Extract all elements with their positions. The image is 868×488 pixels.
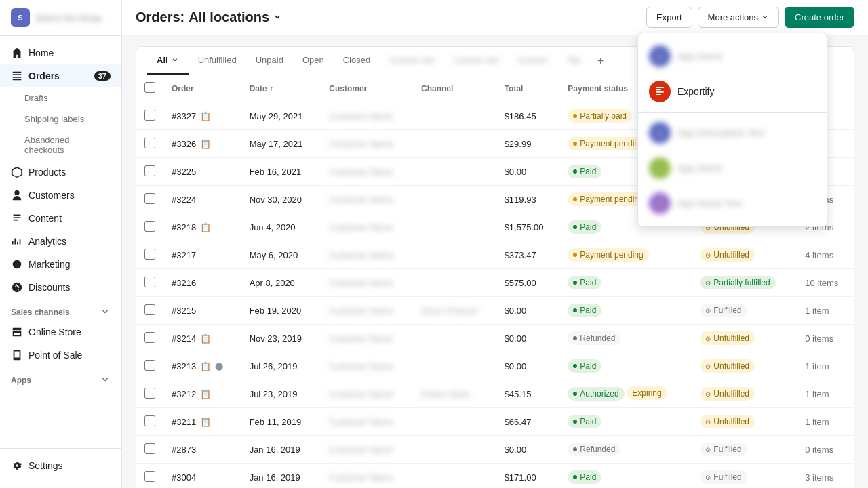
order-number: #3326 📋 xyxy=(172,139,233,149)
sidebar-item-online-store[interactable]: Online Store xyxy=(0,321,121,344)
select-all-checkbox[interactable] xyxy=(144,82,155,93)
sidebar-item-marketing[interactable]: Marketing xyxy=(0,253,121,276)
row-checkbox[interactable] xyxy=(144,110,155,121)
order-date: Feb 19, 2020 xyxy=(241,297,321,325)
row-checkbox[interactable] xyxy=(144,415,155,426)
row-checkbox[interactable] xyxy=(144,249,155,260)
row-checkbox[interactable] xyxy=(144,332,155,343)
row-checkbox[interactable] xyxy=(144,471,155,482)
sidebar-item-discounts[interactable]: Discounts xyxy=(0,276,121,299)
sidebar-item-content[interactable]: Content xyxy=(0,207,121,230)
table-row[interactable]: #2873 Jan 16, 2019 Customer Name $0.00 R… xyxy=(136,436,854,464)
table-row[interactable]: #3216 Apr 8, 2020 Customer Name $575.00 … xyxy=(136,269,854,297)
order-total: $0.00 xyxy=(496,158,560,186)
dropdown-item-app3[interactable]: A App Name xyxy=(638,150,827,186)
sidebar-item-settings[interactable]: Settings xyxy=(0,454,121,477)
marketing-icon xyxy=(11,258,23,270)
sidebar-item-pos[interactable]: Point of Sale xyxy=(0,344,121,367)
dropdown-item-app2[interactable]: A App Description Text xyxy=(638,115,827,150)
order-channel xyxy=(413,102,496,130)
table-row[interactable]: #3213 📋 ⬤ Jul 26, 2019 Customer Name $0.… xyxy=(136,352,854,380)
sidebar-item-shipping-labels[interactable]: Shipping labels xyxy=(0,108,121,129)
table-row[interactable]: #3004 Jan 16, 2019 Customer Name $171.00… xyxy=(136,464,854,489)
sales-channels-section: Sales channels xyxy=(0,299,121,321)
order-channel xyxy=(413,269,496,297)
table-row[interactable]: #3214 📋 Nov 23, 2019 Customer Name $0.00… xyxy=(136,325,854,352)
sidebar-item-analytics[interactable]: Analytics xyxy=(0,230,121,253)
order-fulfillment: Unfulfilled xyxy=(692,352,797,380)
tab-custom2[interactable]: Custom tab xyxy=(444,47,508,75)
sidebar-item-orders-label: Orders xyxy=(28,70,60,81)
sidebar-footer: Settings xyxy=(0,448,121,488)
order-total: $29.99 xyxy=(496,130,560,158)
order-customer: Customer Name xyxy=(321,325,413,352)
row-checkbox[interactable] xyxy=(144,221,155,232)
order-date: Apr 8, 2020 xyxy=(241,269,321,297)
order-date: Nov 30, 2020 xyxy=(241,186,321,214)
table-row[interactable]: #3215 Feb 19, 2020 Customer Name Store C… xyxy=(136,297,854,325)
location-selector[interactable]: All locations xyxy=(189,9,283,25)
expiring-badge: Expiring xyxy=(627,386,667,400)
row-checkbox[interactable] xyxy=(144,165,155,176)
sidebar-item-products[interactable]: Products xyxy=(0,161,121,184)
pos-label: Point of Sale xyxy=(28,350,82,361)
sidebar-nav: Home Orders 37 Drafts Shipping labels Ab… xyxy=(0,36,121,448)
dropdown-item-app4[interactable]: A App Name Text xyxy=(638,186,827,221)
sidebar-item-home[interactable]: Home xyxy=(0,41,121,64)
table-row[interactable]: #3212 📋 Jul 23, 2019 Customer Name Onlin… xyxy=(136,380,854,408)
payment-badge: Authorized xyxy=(568,387,624,401)
order-channel xyxy=(413,436,496,464)
order-date: Jul 26, 2019 xyxy=(241,352,321,380)
order-date: May 29, 2021 xyxy=(241,102,321,130)
fulfillment-badge: Unfulfilled xyxy=(700,387,755,401)
sidebar-item-home-label: Home xyxy=(28,47,54,58)
apps-section: Apps xyxy=(0,367,121,388)
row-checkbox[interactable] xyxy=(144,360,155,371)
row-checkbox[interactable] xyxy=(144,443,155,454)
store-selector[interactable]: S Select the Shop xyxy=(0,0,121,36)
tab-custom1[interactable]: Custom tab xyxy=(380,47,443,75)
row-checkbox[interactable] xyxy=(144,193,155,204)
online-store-icon xyxy=(11,326,23,338)
col-date[interactable]: Date ↑ xyxy=(241,75,321,102)
dropdown-item-exportify[interactable]: Exportify xyxy=(638,74,827,109)
page-title-area: Orders: All locations xyxy=(136,9,283,25)
tab-unpaid[interactable]: Unpaid xyxy=(246,47,293,75)
order-total: $1,575.00 xyxy=(496,214,560,241)
tab-custom4[interactable]: Tab xyxy=(557,47,591,75)
order-channel xyxy=(413,130,496,158)
customers-icon xyxy=(11,189,23,201)
tab-add-button[interactable]: + xyxy=(591,49,610,73)
row-checkbox[interactable] xyxy=(144,138,155,148)
sidebar-item-customers[interactable]: Customers xyxy=(0,184,121,207)
sidebar-item-abandoned[interactable]: Abandoned checkouts xyxy=(0,129,121,161)
note-icon: 📋 xyxy=(200,139,211,149)
app2-avatar: A xyxy=(649,122,671,144)
row-checkbox[interactable] xyxy=(144,277,155,287)
store-icon: S xyxy=(11,8,30,27)
table-row[interactable]: #3211 📋 Feb 11, 2019 Customer Name $66.4… xyxy=(136,408,854,436)
row-checkbox[interactable] xyxy=(144,304,155,315)
tab-custom3[interactable]: Custom xyxy=(508,47,557,75)
dropdown-item-app1[interactable]: A App Name xyxy=(638,39,827,74)
create-order-button[interactable]: Create order xyxy=(785,7,854,28)
fulfillment-badge: Unfulfilled xyxy=(700,359,755,373)
export-button[interactable]: Export xyxy=(646,7,692,28)
tab-unfulfilled[interactable]: Unfulfilled xyxy=(189,47,246,75)
order-fulfillment: Fulfilled xyxy=(692,297,797,325)
tab-all[interactable]: All xyxy=(147,47,189,75)
more-actions-button[interactable]: More actions xyxy=(698,7,779,28)
order-items: 1 item xyxy=(797,352,854,380)
order-date: Feb 11, 2019 xyxy=(241,408,321,436)
sidebar-item-orders[interactable]: Orders 37 xyxy=(0,64,121,87)
order-payment: Paid xyxy=(559,352,692,380)
order-date: Jan 16, 2019 xyxy=(241,464,321,489)
order-number: #3214 📋 xyxy=(172,333,233,344)
table-row[interactable]: #3217 May 6, 2020 Customer Name $373.47 … xyxy=(136,241,854,269)
order-customer: Customer Name xyxy=(321,130,413,158)
analytics-label: Analytics xyxy=(28,236,66,247)
sidebar-item-drafts[interactable]: Drafts xyxy=(0,87,121,108)
tab-closed[interactable]: Closed xyxy=(334,47,380,75)
row-checkbox[interactable] xyxy=(144,388,155,399)
tab-open[interactable]: Open xyxy=(293,47,334,75)
